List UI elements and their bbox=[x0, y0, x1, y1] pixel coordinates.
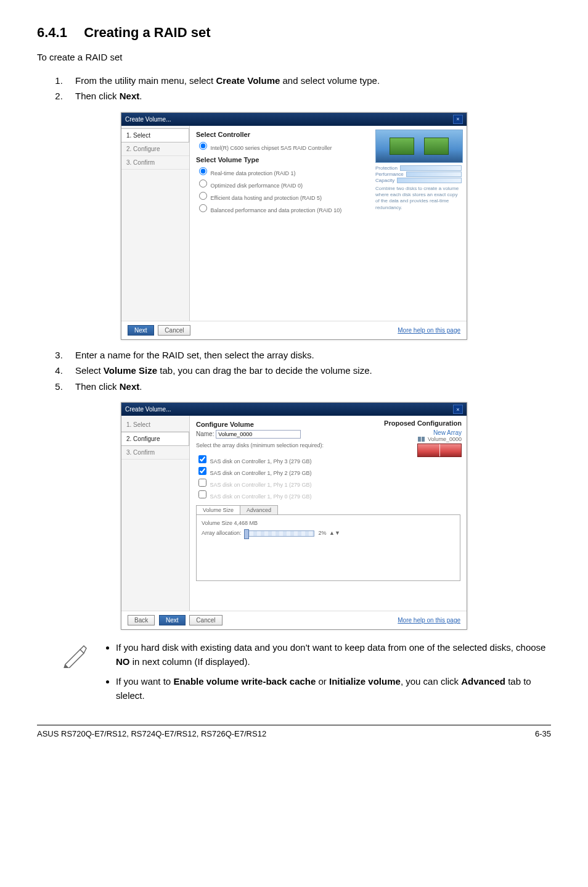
dialog-content: Select Controller Intel(R) C600 series c… bbox=[190, 126, 467, 321]
name-label: Name: bbox=[196, 431, 214, 437]
wizard-steps: 1. Select 2. Configure 3. Confirm bbox=[121, 416, 190, 611]
create-volume-dialog-1: Create Volume... × 1. Select 2. Configur… bbox=[121, 112, 467, 340]
tab-volume-size[interactable]: Volume Size bbox=[196, 505, 240, 514]
step-4: Select Volume Size tab, you can drag the… bbox=[65, 364, 551, 378]
footer-model: ASUS RS720Q-E7/RS12, RS724Q-E7/RS12, RS7… bbox=[37, 729, 266, 738]
performance-bar bbox=[406, 171, 462, 177]
volume-type-preview: Protection Performance Capacity Combine … bbox=[375, 130, 462, 212]
controller-radio[interactable]: Intel(R) C600 series chipset SAS RAID Co… bbox=[196, 145, 332, 151]
step-3: Enter a name for the RAID set, then sele… bbox=[65, 349, 551, 363]
wizard-steps: 1. Select 2. Configure 3. Confirm bbox=[121, 126, 190, 321]
dialog-title: Create Volume... bbox=[125, 406, 171, 413]
intro-text: To create a RAID set bbox=[37, 51, 551, 65]
allocation-slider[interactable] bbox=[245, 530, 314, 537]
proposed-volume-name: Volume_0000 bbox=[428, 436, 462, 442]
section-heading: 6.4.1 Creating a RAID set bbox=[37, 25, 551, 41]
note-item: If you hard disk with existing data and … bbox=[116, 641, 551, 669]
tab-advanced[interactable]: Advanced bbox=[240, 505, 278, 514]
help-link[interactable]: More help on this page bbox=[398, 327, 460, 334]
close-icon[interactable]: × bbox=[453, 405, 463, 414]
dialog-titlebar: Create Volume... × bbox=[121, 113, 467, 126]
capacity-label: Capacity bbox=[375, 178, 394, 183]
footer-page-number: 6-35 bbox=[535, 729, 551, 738]
allocation-percent: 2% bbox=[319, 530, 327, 536]
protection-bar bbox=[400, 165, 462, 171]
volume-size-pane: Volume Size 4,468 MB Array allocation: 2… bbox=[196, 514, 460, 581]
dialog-title: Create Volume... bbox=[125, 116, 171, 123]
note-item: If you want to Enable volume write-back … bbox=[116, 675, 551, 703]
step-2: Then click Next. bbox=[65, 89, 551, 104]
wizard-step-select[interactable]: 1. Select bbox=[121, 128, 189, 142]
stepper-icon[interactable]: ▲▼ bbox=[329, 530, 340, 536]
disk-list: SAS disk on Controller 1, Phy 3 (279 GB)… bbox=[196, 453, 460, 500]
dialog-content: Configure Volume Name: Select the array … bbox=[190, 416, 467, 611]
volume-size-label: Volume Size 4,468 MB bbox=[202, 520, 455, 526]
volume-icon bbox=[418, 436, 425, 442]
svg-rect-0 bbox=[418, 437, 421, 442]
disk-option[interactable]: SAS disk on Controller 1, Phy 1 (279 GB) bbox=[196, 477, 460, 489]
volume-name-input[interactable] bbox=[216, 430, 301, 439]
performance-label: Performance bbox=[375, 171, 404, 177]
svg-rect-1 bbox=[422, 437, 425, 442]
proposed-configuration: Proposed Configuration New Array Volume_… bbox=[375, 419, 462, 457]
wizard-step-configure: 2. Configure bbox=[121, 142, 189, 156]
back-button[interactable]: Back bbox=[128, 615, 155, 625]
pencil-icon bbox=[62, 641, 89, 668]
help-link[interactable]: More help on this page bbox=[398, 617, 460, 624]
new-array-label: New Array bbox=[375, 429, 462, 436]
raid-diagram-image bbox=[375, 130, 463, 163]
disk-option[interactable]: SAS disk on Controller 1, Phy 0 (279 GB) bbox=[196, 489, 460, 500]
wizard-step-confirm: 3. Confirm bbox=[121, 156, 189, 170]
wizard-step-configure[interactable]: 2. Configure bbox=[121, 432, 189, 446]
disk-option[interactable]: SAS disk on Controller 1, Phy 2 (279 GB) bbox=[196, 465, 460, 477]
protection-label: Protection bbox=[375, 165, 398, 171]
dialog-titlebar: Create Volume... × bbox=[121, 403, 467, 416]
create-volume-dialog-2: Create Volume... × 1. Select 2. Configur… bbox=[121, 402, 467, 630]
wizard-step-confirm: 3. Confirm bbox=[121, 446, 189, 460]
cancel-button[interactable]: Cancel bbox=[189, 615, 222, 625]
raid-description: Combine two disks to create a volume whe… bbox=[375, 186, 462, 212]
step-5: Then click Next. bbox=[65, 380, 551, 394]
proposed-config-title: Proposed Configuration bbox=[375, 419, 462, 427]
step-1: From the utility main menu, select Creat… bbox=[65, 74, 551, 88]
close-icon[interactable]: × bbox=[453, 115, 463, 124]
next-button[interactable]: Next bbox=[128, 325, 154, 336]
raid-strip-graphic bbox=[417, 444, 462, 457]
note-block: If you hard disk with existing data and … bbox=[62, 641, 551, 709]
heading-number: 6.4.1 bbox=[37, 25, 80, 41]
page-footer: ASUS RS720Q-E7/RS12, RS724Q-E7/RS12, RS7… bbox=[37, 725, 551, 738]
steps-list-a: From the utility main menu, select Creat… bbox=[37, 74, 551, 104]
next-button[interactable]: Next bbox=[159, 615, 186, 625]
note-list: If you hard disk with existing data and … bbox=[104, 641, 551, 709]
heading-title: Creating a RAID set bbox=[84, 25, 210, 40]
wizard-step-select: 1. Select bbox=[121, 418, 189, 432]
cancel-button[interactable]: Cancel bbox=[158, 325, 190, 336]
steps-list-b: Enter a name for the RAID set, then sele… bbox=[37, 349, 551, 394]
array-allocation-label: Array allocation: bbox=[202, 530, 242, 536]
capacity-bar bbox=[397, 178, 462, 183]
